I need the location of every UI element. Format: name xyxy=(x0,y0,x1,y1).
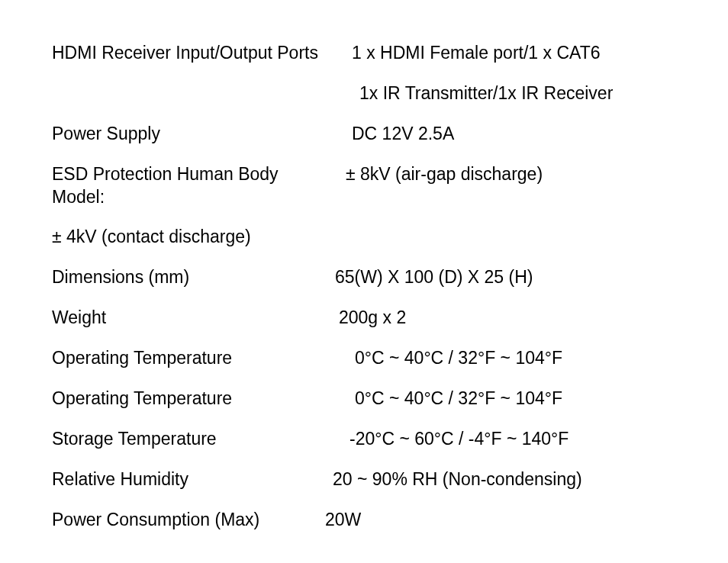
spec-row-esd-protection: ESD Protection Human Body Model: ± 8kV (… xyxy=(52,163,728,209)
spec-value: 65(W) X 100 (D) X 25 (H) xyxy=(333,266,533,289)
spec-row-hdmi-receiver-line2: 1x IR Transmitter/1x IR Receiver xyxy=(52,82,728,105)
spec-value: ± 8kV (air-gap discharge) xyxy=(333,163,543,209)
spec-value: 20 ~ 90% RH (Non-condensing) xyxy=(333,468,582,491)
spec-label: Operating Temperature xyxy=(52,388,333,410)
spec-label: Dimensions (mm) xyxy=(52,266,333,289)
spec-row-storage-temp: Storage Temperature -20°C ~ 60°C / -4°F … xyxy=(52,428,728,451)
spec-label: Power Consumption (Max) xyxy=(52,509,333,532)
spec-value: 1x IR Transmitter/1x IR Receiver xyxy=(52,82,728,105)
spec-row-power-supply: Power Supply DC 12V 2.5A xyxy=(52,123,728,146)
spec-row-weight: Weight 200g x 2 xyxy=(52,307,728,330)
spec-value: 20W xyxy=(325,509,361,532)
spec-value: 0°C ~ 40°C / 32°F ~ 104°F xyxy=(333,347,562,370)
spec-label: Relative Humidity xyxy=(52,468,333,491)
spec-label: Power Supply xyxy=(52,123,333,146)
spec-row-dimensions: Dimensions (mm) 65(W) X 100 (D) X 25 (H) xyxy=(52,266,728,289)
spec-row-hdmi-receiver: HDMI Receiver Input/Output Ports 1 x HDM… xyxy=(52,42,728,65)
spec-value: DC 12V 2.5A xyxy=(333,123,454,146)
spec-label: Storage Temperature xyxy=(52,428,333,451)
spec-value: -20°C ~ 60°C / -4°F ~ 140°F xyxy=(333,428,569,451)
spec-row-esd-contact-discharge: ± 4kV (contact discharge) xyxy=(52,226,728,249)
spec-label: ESD Protection Human Body Model: xyxy=(52,163,333,209)
spec-row-operating-temp-1: Operating Temperature 0°C ~ 40°C / 32°F … xyxy=(52,347,728,370)
spec-value: 0°C ~ 40°C / 32°F ~ 104°F xyxy=(333,388,562,410)
spec-label: HDMI Receiver Input/Output Ports xyxy=(52,42,333,65)
spec-value: 200g x 2 xyxy=(333,307,406,330)
spec-row-power-consumption: Power Consumption (Max) 20W xyxy=(52,509,728,532)
spec-label: Operating Temperature xyxy=(52,347,333,370)
spec-label: ± 4kV (contact discharge) xyxy=(52,226,333,249)
spec-row-relative-humidity: Relative Humidity 20 ~ 90% RH (Non-conde… xyxy=(52,468,728,491)
spec-row-operating-temp-2: Operating Temperature 0°C ~ 40°C / 32°F … xyxy=(52,388,728,410)
spec-label: Weight xyxy=(52,307,333,330)
spec-value: 1 x HDMI Female port/1 x CAT6 xyxy=(333,42,601,65)
